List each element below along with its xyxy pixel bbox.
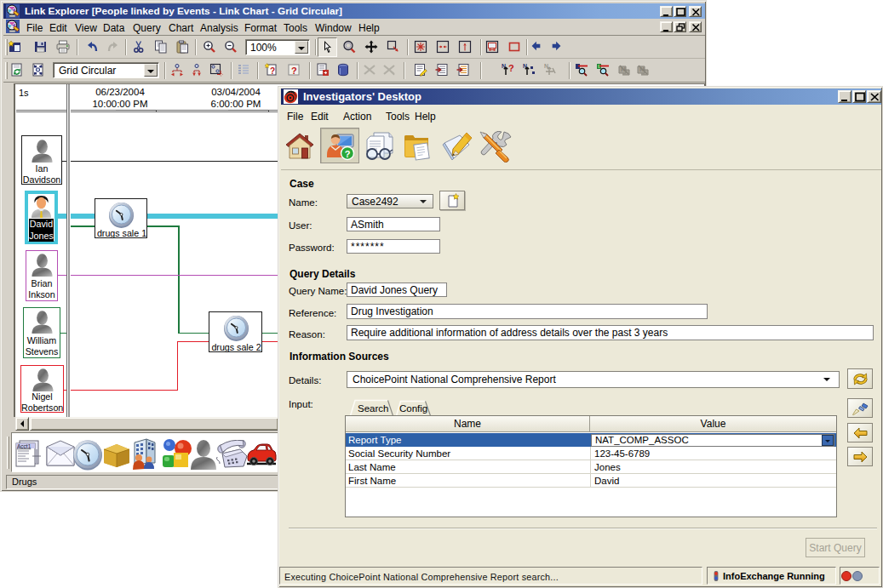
svg-text:N: N: [621, 66, 626, 73]
svg-text:Config: Config: [399, 403, 427, 414]
svg-text:?: ?: [508, 63, 514, 73]
svg-text:Search: Search: [358, 403, 388, 414]
svg-text:N: N: [639, 66, 645, 73]
svg-text:?: ?: [270, 66, 275, 76]
svg-text:Acct1: Acct1: [17, 443, 32, 449]
svg-text:?: ?: [345, 149, 351, 159]
svg-text:?: ?: [291, 66, 297, 76]
